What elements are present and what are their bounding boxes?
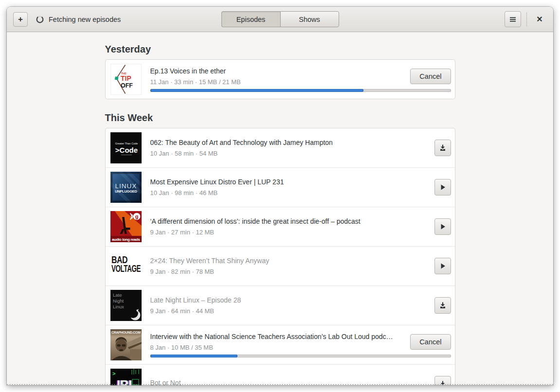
svg-text:VOLTAGE: VOLTAGE — [111, 263, 141, 274]
scroll-undershoot-indicator — [7, 384, 553, 385]
episode-meta: 11 Jan · 33 min · 15 MB / 21 MB — [150, 78, 404, 86]
tab-episodes[interactable]: Episodes — [221, 11, 280, 27]
add-podcast-button[interactable]: + — [13, 12, 28, 27]
podcast-cover-craphound: CRAPHOUND.COM — [110, 329, 142, 360]
header-separator — [526, 12, 527, 27]
podcast-cover-late-night-linux: Late Night Linux — [110, 290, 142, 321]
episode-meta: 9 Jan · 64 min · 44 MB — [150, 307, 426, 315]
close-icon: ✕ — [536, 15, 542, 24]
svg-text:g: g — [135, 214, 138, 219]
section-title-yesterday: Yesterday — [105, 44, 455, 55]
play-icon — [439, 223, 447, 231]
episode-row-greater-than-code[interactable]: Greater Than Code >Code 062: The Beauty … — [106, 128, 455, 167]
svg-text:Night: Night — [113, 298, 124, 303]
episode-title: ‘A different dimension of loss’: inside … — [150, 217, 426, 225]
episode-meta: 8 Jan · 10 MB / 35 MB — [150, 344, 404, 351]
svg-text:audio long reads: audio long reads — [112, 237, 141, 242]
download-progress-fill — [150, 355, 237, 357]
svg-text:Greater Than Code: Greater Than Code — [115, 142, 137, 145]
download-button[interactable] — [434, 297, 451, 314]
this-week-card: Greater Than Code >Code 062: The Beauty … — [105, 128, 455, 385]
fetch-status-label: Fetching new episodes — [49, 16, 121, 23]
headerbar: + Fetching new episodes Episodes Shows — [7, 7, 553, 32]
cancel-download-button[interactable]: Cancel — [410, 69, 451, 84]
header-right-controls: ✕ — [505, 11, 547, 27]
episode-row-late-night-linux[interactable]: Late Night Linux Late Night Linux – Epis… — [106, 285, 455, 325]
podcast-cover-linux-unplugged: LINUX UNPLUGGED — [110, 172, 142, 203]
play-button[interactable] — [434, 218, 451, 235]
download-button[interactable] — [434, 140, 451, 156]
episode-row-bad-voltage[interactable]: BAD VOLTAGE 2×24: They Weren’t That Shin… — [106, 246, 455, 285]
play-button[interactable] — [434, 258, 451, 274]
menu-button[interactable] — [505, 11, 521, 27]
podcast-cover-the-tip-off: THE TIP OFF — [110, 64, 142, 95]
svg-text:TIP: TIP — [121, 74, 131, 82]
download-progressbar — [150, 89, 451, 92]
episode-title: Late Night Linux – Episode 28 — [150, 296, 426, 304]
episode-meta: 9 Jan · 82 min · 78 MB — [150, 268, 426, 275]
episodes-scroll-area[interactable]: Yesterday THE TIP OFF — [7, 32, 553, 385]
podcast-cover-greater-than-code: Greater Than Code >Code — [110, 132, 142, 163]
svg-text:CRAPHOUND.COM: CRAPHOUND.COM — [111, 331, 141, 334]
view-switcher: Episodes Shows — [221, 11, 339, 27]
svg-text:>Code: >Code — [115, 146, 137, 154]
episode-row-craphound[interactable]: CRAPHOUND.COM Interview with the Nationa… — [106, 325, 455, 364]
section-title-this-week: This Week — [105, 112, 455, 124]
download-icon — [439, 302, 447, 309]
podcast-cover-irl: > IRL IRL IRL — [110, 369, 142, 385]
play-button[interactable] — [434, 179, 451, 196]
episode-meta: 10 Jan · 98 min · 46 MB — [150, 189, 426, 196]
podcasts-app-window: + Fetching new episodes Episodes Shows — [7, 7, 553, 385]
episode-title: Interview with the National Science Teac… — [150, 333, 404, 340]
svg-text:OFF: OFF — [121, 82, 133, 89]
episode-row-tip-off[interactable]: THE TIP OFF Ep.13 Voices in the ether 11… — [106, 60, 455, 99]
episode-row-audio-long-reads[interactable]: g audio long reads ‘A different dimensio… — [106, 207, 455, 246]
close-window-button[interactable]: ✕ — [532, 12, 547, 27]
episode-row-irl[interactable]: > IRL IRL IRL — [106, 364, 455, 385]
episode-title: 062: The Beauty of Art and Technology wi… — [150, 139, 426, 146]
cancel-download-button[interactable]: Cancel — [410, 334, 451, 350]
podcast-cover-bad-voltage: BAD VOLTAGE — [110, 250, 142, 282]
episode-title: Ep.13 Voices in the ether — [150, 67, 404, 75]
svg-text:>: > — [112, 371, 115, 376]
download-progressbar — [150, 355, 451, 357]
episode-meta: 9 Jan · 27 min · 12 MB — [150, 229, 426, 236]
download-icon — [439, 144, 447, 152]
play-icon — [439, 183, 447, 191]
episode-title: 2×24: They Weren’t That Shiny Anyway — [150, 257, 426, 265]
yesterday-card: THE TIP OFF Ep.13 Voices in the ether 11… — [105, 59, 455, 99]
svg-text:Linux: Linux — [113, 304, 124, 309]
svg-text:UNPLUGGED: UNPLUGGED — [115, 189, 138, 194]
svg-text:LINUX: LINUX — [115, 182, 137, 190]
download-progress-fill — [150, 89, 364, 92]
hamburger-icon — [509, 16, 517, 23]
spinner-icon — [36, 16, 44, 23]
episode-title: Most Expensive Linux Distro Ever | LUP 2… — [150, 178, 426, 186]
play-icon — [439, 262, 447, 270]
podcast-cover-audio-long-reads: g audio long reads — [110, 211, 142, 242]
svg-text:Late: Late — [113, 292, 122, 298]
episode-row-linux-unplugged[interactable]: LINUX UNPLUGGED Most Expensive Linux Dis… — [106, 167, 455, 207]
tab-shows[interactable]: Shows — [280, 11, 339, 27]
episode-meta: 10 Jan · 58 min · 54 MB — [150, 150, 426, 157]
